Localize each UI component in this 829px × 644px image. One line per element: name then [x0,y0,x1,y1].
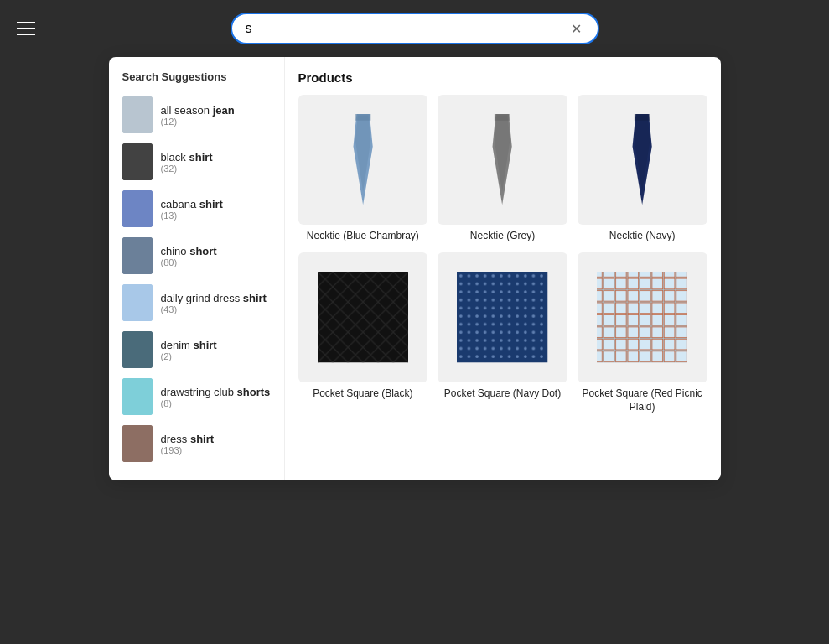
product-card-necktie-grey[interactable]: Necktie (Grey) [438,95,567,242]
suggestion-count-chino-short: (80) [161,257,271,267]
suggestion-count-black-shirt: (32) [161,164,271,174]
suggestions-heading: Search Suggestions [109,70,284,91]
suggestion-count-drawstring-club-shorts: (8) [161,398,271,408]
svg-marker-9 [355,116,371,192]
search-dropdown: Search Suggestions all season jean(12) b… [109,57,721,480]
product-card-pocket-square-navy-dot[interactable]: Pocket Square (Navy Dot) [438,252,567,413]
svg-rect-13 [495,114,510,121]
suggestion-thumb-dress-shirt [122,425,153,462]
suggestion-thumb-cabana-shirt [122,190,153,227]
suggestion-item-daily-grind-dress-shirt[interactable]: daily grind dress shirt(43) [109,279,284,326]
svg-rect-2 [122,190,153,227]
suggestions-list: all season jean(12) black shirt(32) caba… [109,91,284,467]
suggestion-info-cabana-shirt: cabana shirt(13) [161,198,271,221]
search-bar-wrapper: ✕ [231,13,599,44]
suggestion-name-cabana-shirt: cabana shirt [161,198,271,210]
search-input[interactable] [246,21,562,36]
suggestion-info-daily-grind-dress-shirt: daily grind dress shirt(43) [161,292,271,314]
product-image-pocket-square-red-picnic-plaid [578,252,707,382]
suggestion-item-all-season-jean[interactable]: all season jean(12) [109,91,284,138]
product-name-pocket-square-red-picnic-plaid: Pocket Square (Red Picnic Plaid) [578,387,707,413]
product-card-necktie-navy[interactable]: Necktie (Navy) [578,95,707,242]
product-name-necktie-navy: Necktie (Navy) [578,230,707,243]
svg-rect-27 [597,272,687,362]
product-name-pocket-square-black: Pocket Square (Black) [298,387,428,401]
clear-icon[interactable]: ✕ [569,21,584,36]
products-grid: Necktie (Blue Chambray) Necktie (Grey) N… [298,95,707,413]
suggestion-info-black-shirt: black shirt(32) [161,151,271,174]
suggestion-item-black-shirt[interactable]: black shirt(32) [109,138,284,185]
suggestion-info-dress-shirt: dress shirt(193) [161,433,271,455]
suggestion-item-drawstring-club-shorts[interactable]: drawstring club shorts(8) [109,373,284,420]
product-image-necktie-blue-chambray [298,95,428,225]
search-bar: ✕ [231,13,599,44]
product-image-pocket-square-navy-dot [438,252,567,382]
suggestion-name-black-shirt: black shirt [161,151,271,164]
product-card-pocket-square-black[interactable]: Pocket Square (Black) [298,252,428,413]
suggestion-thumb-denim-shirt [122,331,153,368]
suggestion-name-all-season-jean: all season jean [161,104,271,117]
suggestion-name-drawstring-club-shorts: drawstring club shorts [161,386,271,398]
svg-rect-3 [122,237,153,274]
svg-rect-5 [122,331,153,368]
svg-rect-6 [122,378,153,415]
svg-rect-10 [355,114,371,121]
suggestions-panel: Search Suggestions all season jean(12) b… [109,57,285,480]
suggestion-info-chino-short: chino short(80) [161,245,271,267]
suggestion-count-daily-grind-dress-shirt: (43) [161,304,271,314]
product-name-necktie-blue-chambray: Necktie (Blue Chambray) [298,230,428,243]
suggestion-thumb-daily-grind-dress-shirt [122,284,153,321]
product-name-pocket-square-navy-dot: Pocket Square (Navy Dot) [438,387,567,401]
svg-rect-21 [457,272,547,362]
product-image-necktie-navy [578,95,707,225]
suggestion-thumb-black-shirt [122,143,153,180]
suggestion-thumb-chino-short [122,237,153,274]
product-image-necktie-grey [438,95,567,225]
suggestion-count-all-season-jean: (12) [161,117,271,127]
suggestion-info-drawstring-club-shorts: drawstring club shorts(8) [161,386,271,408]
suggestion-thumb-all-season-jean [122,96,153,133]
svg-rect-1 [122,143,153,180]
suggestion-count-cabana-shirt: (13) [161,210,271,221]
product-card-necktie-blue-chambray[interactable]: Necktie (Blue Chambray) [298,95,428,242]
products-heading: Products [298,70,707,85]
suggestion-name-dress-shirt: dress shirt [161,433,271,445]
suggestion-name-chino-short: chino short [161,245,271,257]
suggestion-thumb-drawstring-club-shorts [122,378,153,415]
product-name-necktie-grey: Necktie (Grey) [438,230,567,243]
suggestion-info-all-season-jean: all season jean(12) [161,104,271,127]
suggestion-name-denim-shirt: denim shirt [161,339,271,351]
suggestion-item-denim-shirt[interactable]: denim shirt(2) [109,326,284,373]
product-card-pocket-square-red-picnic-plaid[interactable]: Pocket Square (Red Picnic Plaid) [578,252,707,413]
product-image-pocket-square-black [298,252,428,382]
suggestion-item-chino-short[interactable]: chino short(80) [109,232,284,279]
svg-marker-15 [635,116,650,192]
suggestion-info-denim-shirt: denim shirt(2) [161,339,271,361]
suggestion-item-dress-shirt[interactable]: dress shirt(193) [109,420,284,467]
suggestion-name-daily-grind-dress-shirt: daily grind dress shirt [161,292,271,304]
suggestion-item-cabana-shirt[interactable]: cabana shirt(13) [109,185,284,232]
svg-rect-7 [122,425,153,462]
svg-marker-12 [495,116,510,192]
svg-rect-0 [122,96,153,133]
suggestion-count-denim-shirt: (2) [161,351,271,361]
svg-rect-16 [635,114,650,121]
products-panel: Products Necktie (Blue Chambray) Necktie… [285,57,721,480]
suggestion-count-dress-shirt: (193) [161,445,271,455]
svg-rect-18 [318,272,408,362]
svg-rect-4 [122,284,153,321]
header: ✕ [0,0,829,57]
menu-icon[interactable] [17,22,35,35]
